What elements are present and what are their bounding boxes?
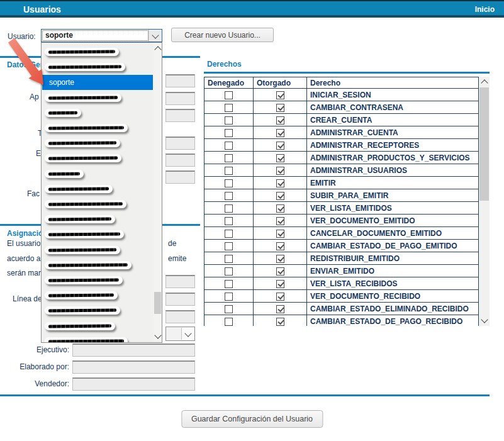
denegado-checkbox[interactable] <box>225 154 233 162</box>
dropdown-option-redacted[interactable] <box>42 106 153 121</box>
dropdown-option-redacted[interactable] <box>42 60 153 75</box>
scroll-down-icon[interactable] <box>481 316 488 323</box>
input-fragment[interactable] <box>165 109 195 122</box>
redacted-text <box>45 154 121 162</box>
dropdown-option-redacted[interactable] <box>42 45 153 60</box>
denegado-cell <box>204 189 254 202</box>
input-fragment[interactable] <box>165 170 195 184</box>
redacted-text <box>45 215 115 223</box>
denegado-checkbox[interactable] <box>225 217 233 225</box>
denegado-checkbox[interactable] <box>225 116 233 125</box>
denegado-checkbox[interactable] <box>225 192 233 200</box>
dropdown-option-redacted[interactable] <box>42 319 153 334</box>
input-fragment[interactable] <box>165 154 195 167</box>
otorgado-checkbox[interactable] <box>276 142 284 150</box>
otorgado-checkbox[interactable] <box>276 192 284 200</box>
otorgado-checkbox[interactable] <box>276 305 284 313</box>
denegado-checkbox[interactable] <box>225 305 233 313</box>
derecho-row: ADMINISTRAR_CUENTA <box>204 126 479 139</box>
dropdown-option-redacted[interactable] <box>42 334 153 343</box>
denegado-cell <box>204 114 254 126</box>
otorgado-checkbox[interactable] <box>276 255 284 263</box>
scrollbar-thumb[interactable] <box>479 87 489 201</box>
otorgado-checkbox[interactable] <box>276 242 284 250</box>
redacted-text <box>45 337 128 343</box>
dropdown-scrollbar[interactable] <box>154 43 162 342</box>
otorgado-checkbox[interactable] <box>276 91 284 99</box>
input-fragment[interactable] <box>165 293 195 306</box>
denegado-checkbox[interactable] <box>225 91 233 99</box>
otorgado-checkbox[interactable] <box>276 104 284 112</box>
derechos-scrollbar[interactable] <box>479 77 490 326</box>
otorgado-checkbox[interactable] <box>276 318 284 326</box>
dropdown-option-redacted[interactable] <box>42 121 153 136</box>
derecho-row: VER_LISTA_EMITIDOS <box>204 202 479 215</box>
dropdown-option-redacted[interactable] <box>42 243 153 258</box>
create-user-button[interactable]: Crear nuevo Usuario... <box>171 28 274 42</box>
otorgado-checkbox[interactable] <box>276 267 284 276</box>
denegado-checkbox[interactable] <box>225 280 233 288</box>
select-fragment[interactable] <box>165 327 195 341</box>
denegado-checkbox[interactable] <box>225 293 233 301</box>
redacted-text <box>45 109 81 117</box>
denegado-checkbox[interactable] <box>225 179 233 187</box>
otorgado-checkbox[interactable] <box>276 116 284 125</box>
field-label-fragment: E <box>36 149 41 158</box>
denegado-checkbox[interactable] <box>225 167 233 175</box>
denegado-checkbox[interactable] <box>225 267 233 276</box>
otorgado-checkbox[interactable] <box>276 217 284 225</box>
otorgado-checkbox[interactable] <box>276 179 284 187</box>
input-fragment[interactable] <box>165 275 195 288</box>
denegado-cell <box>204 101 254 114</box>
otorgado-checkbox[interactable] <box>276 230 284 238</box>
denegado-checkbox[interactable] <box>225 204 233 213</box>
denegado-checkbox[interactable] <box>225 142 233 150</box>
elaborado-por-input[interactable] <box>72 360 195 374</box>
derecho-name: INICIAR_SESION <box>307 89 479 101</box>
otorgado-checkbox[interactable] <box>276 280 284 288</box>
dropdown-option-redacted[interactable] <box>42 136 153 151</box>
redacted-text <box>45 322 115 330</box>
asignacion-text: El usuario <box>7 239 40 248</box>
denegado-checkbox[interactable] <box>225 104 233 112</box>
denegado-checkbox[interactable] <box>225 242 233 250</box>
scroll-up-icon[interactable] <box>154 46 161 53</box>
input-fragment[interactable] <box>165 92 195 105</box>
dropdown-option-soporte[interactable]: soporte <box>42 75 153 90</box>
usuario-combobox[interactable]: soporte <box>41 29 162 42</box>
redacted-text <box>45 306 120 315</box>
denegado-checkbox[interactable] <box>225 129 233 137</box>
dropdown-option-redacted[interactable] <box>42 167 153 182</box>
scrollbar-thumb[interactable] <box>154 292 161 314</box>
scroll-down-icon[interactable] <box>154 332 161 338</box>
ejecutivo-input[interactable] <box>72 343 195 357</box>
dropdown-option-redacted[interactable] <box>42 258 153 273</box>
dropdown-option-redacted[interactable] <box>42 303 153 318</box>
otorgado-checkbox[interactable] <box>276 129 284 137</box>
dropdown-option-redacted[interactable] <box>42 288 153 303</box>
derecho-name: CANCELAR_DOCUMENTO_EMITIDO <box>307 227 479 240</box>
denegado-checkbox[interactable] <box>225 230 233 238</box>
vendedor-input[interactable] <box>72 377 195 391</box>
dropdown-option-redacted[interactable] <box>42 212 153 227</box>
dropdown-option-redacted[interactable] <box>42 273 153 288</box>
scroll-up-icon[interactable] <box>481 79 488 86</box>
denegado-checkbox[interactable] <box>225 255 233 263</box>
dropdown-option-redacted[interactable] <box>42 182 153 197</box>
dropdown-option-redacted[interactable] <box>42 227 153 242</box>
input-fragment[interactable] <box>165 74 195 87</box>
save-user-config-button[interactable]: Guardar Configuración del Usuario <box>181 410 323 428</box>
otorgado-checkbox[interactable] <box>276 293 284 301</box>
denegado-checkbox[interactable] <box>225 318 233 326</box>
input-fragment[interactable] <box>165 137 195 150</box>
otorgado-checkbox[interactable] <box>276 154 284 162</box>
input-fragment[interactable] <box>165 310 195 323</box>
dropdown-option-redacted[interactable] <box>42 197 153 212</box>
dropdown-option-redacted[interactable] <box>42 91 153 106</box>
otorgado-checkbox[interactable] <box>276 204 284 213</box>
denegado-cell <box>204 164 254 177</box>
combobox-dropdown-button[interactable] <box>148 30 162 42</box>
dropdown-option-redacted[interactable] <box>42 151 153 166</box>
nav-inicio-link[interactable]: Inicio <box>475 5 495 14</box>
otorgado-checkbox[interactable] <box>276 167 284 175</box>
